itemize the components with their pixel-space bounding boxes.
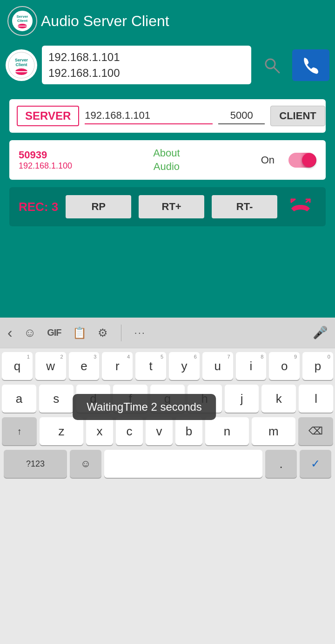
keyboard-toolbar: ‹ ☺ GIF 📋 ⚙ ··· 🎤 <box>0 318 335 348</box>
ip-display[interactable]: 192.168.1.101 192.168.1.100 <box>42 46 251 84</box>
svg-text:Client: Client <box>15 62 27 67</box>
svg-text:Client: Client <box>17 19 28 23</box>
keyboard-bottom-row: ?123 ☺ . ✓ <box>2 450 333 481</box>
keyboard-more-button[interactable]: ··· <box>134 327 146 339</box>
logo-icon: Server Client <box>11 9 34 33</box>
key-o[interactable]: o9 <box>269 352 300 380</box>
keyboard-mic-button[interactable]: 🎤 <box>313 325 328 340</box>
key-h[interactable]: h <box>188 385 222 413</box>
main-content: SERVER CLIENT 50939 192.168.1.100 AboutA… <box>0 92 335 234</box>
key-x[interactable]: x <box>86 417 113 445</box>
rp-button[interactable]: RP <box>66 195 131 218</box>
app-title: Audio Server Client <box>41 13 328 30</box>
ip-line2: 192.168.1.100 <box>48 65 245 81</box>
rtminus-button[interactable]: RT- <box>212 195 277 218</box>
key-e[interactable]: e3 <box>69 352 100 380</box>
on-label: On <box>261 154 275 166</box>
key-q[interactable]: q1 <box>2 352 33 380</box>
info-row: 50939 192.168.1.100 AboutAudio On <box>9 140 326 180</box>
keyboard-clipboard-button[interactable]: 📋 <box>73 326 87 339</box>
key-space[interactable] <box>104 450 262 478</box>
toggle-switch[interactable] <box>288 153 316 168</box>
key-i[interactable]: i8 <box>236 352 267 380</box>
key-numbers[interactable]: ?123 <box>4 450 67 478</box>
ip-input[interactable] <box>85 108 213 124</box>
key-delete[interactable]: ⌫ <box>298 417 333 445</box>
app-logo: Server Client <box>7 6 37 36</box>
address-bar: Server Client 192.168.1.101 192.168.1.10… <box>0 42 335 92</box>
address-logo-icon: Server Client <box>7 51 35 79</box>
port-input[interactable] <box>218 108 265 124</box>
end-call-icon <box>287 196 315 218</box>
search-button[interactable] <box>256 49 288 81</box>
key-p[interactable]: p0 <box>302 352 333 380</box>
key-g[interactable]: g <box>150 385 185 413</box>
keyboard-row-2: a s d f g h j k l <box>2 385 333 413</box>
key-check[interactable]: ✓ <box>300 450 331 478</box>
rec-label: REC: 3 <box>19 200 58 214</box>
about-audio[interactable]: AboutAudio <box>81 147 252 173</box>
svg-line-11 <box>274 67 279 73</box>
key-y[interactable]: y6 <box>169 352 200 380</box>
local-ip: 192.168.1.100 <box>19 161 72 171</box>
key-group-xcvbn: x c v b WaitingTime 2 seconds <box>86 417 202 445</box>
keyboard-settings-button[interactable]: ⚙ <box>98 326 108 339</box>
key-j[interactable]: j <box>225 385 259 413</box>
key-s[interactable]: s <box>39 385 74 413</box>
key-z[interactable]: z <box>40 417 83 445</box>
call-button[interactable] <box>292 49 329 81</box>
port-info: 50939 192.168.1.100 <box>19 149 72 171</box>
key-period[interactable]: . <box>265 450 297 478</box>
phone-icon <box>301 55 321 75</box>
end-call-button[interactable] <box>285 194 316 220</box>
key-d[interactable]: d <box>76 385 111 413</box>
key-v[interactable]: v <box>146 417 173 445</box>
port-number: 50939 <box>19 149 72 161</box>
key-n[interactable]: n <box>205 417 249 445</box>
key-f[interactable]: f <box>113 385 147 413</box>
rec-row: REC: 3 RP RT+ RT- <box>9 187 326 226</box>
keyboard-gif-button[interactable]: GIF <box>47 327 61 338</box>
key-c[interactable]: c <box>116 417 143 445</box>
key-m[interactable]: m <box>252 417 295 445</box>
svg-text:Server: Server <box>17 14 28 19</box>
search-icon <box>262 56 281 75</box>
key-shift[interactable]: ↑ <box>2 417 37 445</box>
address-logo: Server Client <box>6 49 37 81</box>
key-r[interactable]: r4 <box>102 352 133 380</box>
rtplus-button[interactable]: RT+ <box>139 195 204 218</box>
server-label: SERVER <box>17 106 79 126</box>
keyboard-emoji-toolbar-button[interactable]: ☺ <box>24 325 36 340</box>
keyboard-rows: q1 w2 e3 r4 t5 y6 u7 i8 o9 p0 a s d f g … <box>0 348 335 483</box>
teal-empty-area <box>0 234 335 318</box>
keyboard-back-button[interactable]: ‹ <box>7 324 13 341</box>
key-emoji[interactable]: ☺ <box>70 450 101 478</box>
server-client-row: SERVER CLIENT <box>9 99 326 133</box>
key-a[interactable]: a <box>2 385 36 413</box>
keyboard-toolbar-divider <box>121 325 121 341</box>
header: Server Client Audio Server Client <box>0 0 335 42</box>
keyboard-row-3: ↑ z x c v b WaitingTime 2 seconds n m ⌫ <box>2 417 333 445</box>
key-l[interactable]: l <box>299 385 333 413</box>
keyboard-area: ‹ ☺ GIF 📋 ⚙ ··· 🎤 q1 w2 e3 r4 t5 y6 u7 i… <box>0 318 335 483</box>
toggle-thumb <box>302 153 316 167</box>
client-label: CLIENT <box>270 106 325 126</box>
key-t[interactable]: t5 <box>135 352 166 380</box>
keyboard-row-1: q1 w2 e3 r4 t5 y6 u7 i8 o9 p0 <box>2 352 333 380</box>
key-u[interactable]: u7 <box>202 352 233 380</box>
ip-line1: 192.168.1.101 <box>48 49 245 65</box>
key-w[interactable]: w2 <box>35 352 66 380</box>
key-k[interactable]: k <box>261 385 296 413</box>
svg-text:Server: Server <box>15 58 28 62</box>
key-b[interactable]: b <box>175 417 202 445</box>
